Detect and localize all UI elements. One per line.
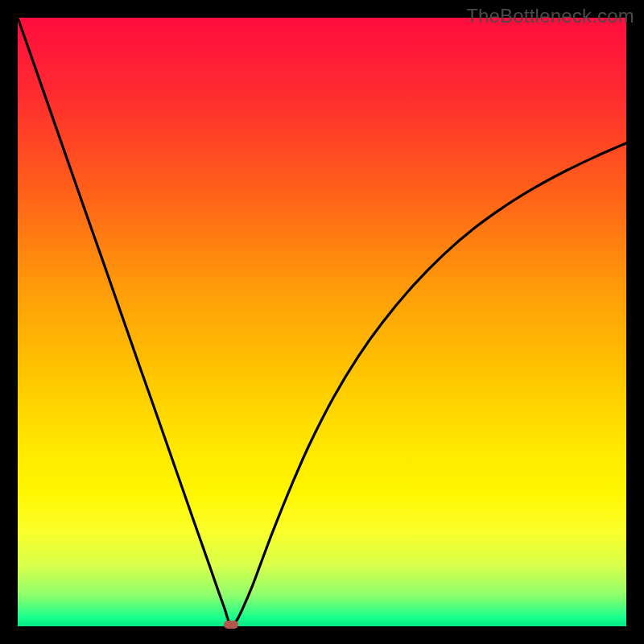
watermark-text: TheBottleneck.com [466,5,634,27]
chart-frame [18,18,626,626]
gradient-background [18,18,626,626]
minimum-marker [224,621,238,629]
chart-canvas [18,18,626,626]
